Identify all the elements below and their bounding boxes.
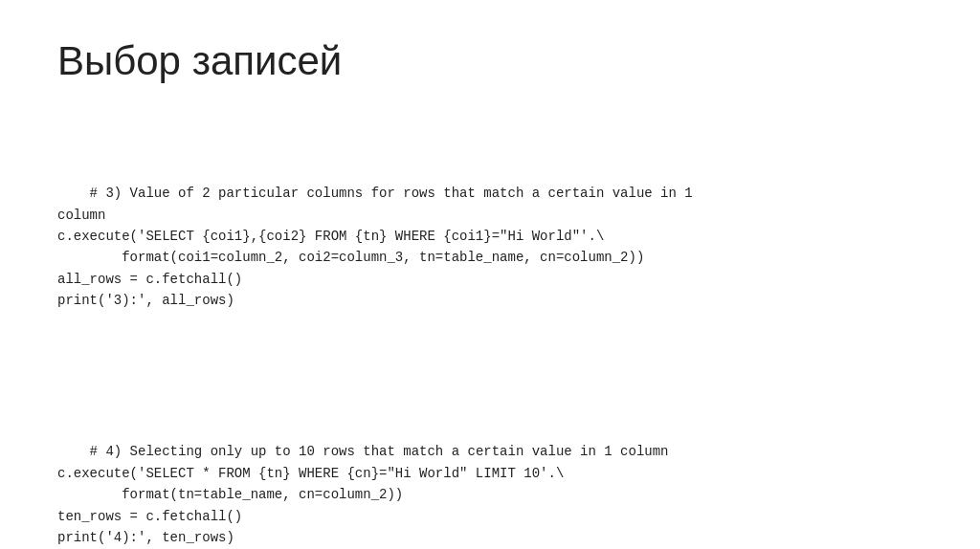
code-line-4-1: # 4) Selecting only up to 10 rows that m… — [57, 444, 669, 545]
code-section-3: # 3) Value of 2 particular columns for r… — [57, 162, 923, 333]
code-line-3-1: # 3) Value of 2 particular columns for r… — [57, 186, 693, 308]
code-block: # 3) Value of 2 particular columns for r… — [57, 119, 923, 549]
page-title: Выбор записей — [57, 38, 923, 84]
code-section-4: # 4) Selecting only up to 10 rows that m… — [57, 420, 923, 549]
